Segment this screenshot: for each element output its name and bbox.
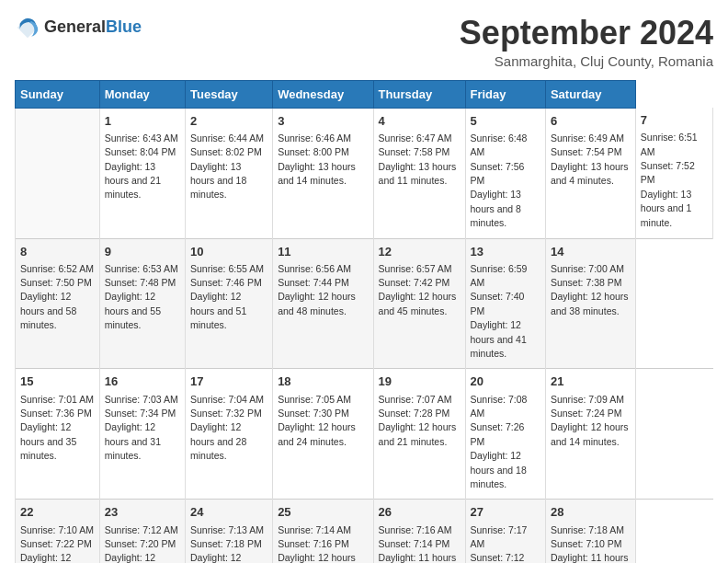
calendar-cell: 8Sunrise: 6:52 AMSunset: 7:50 PMDaylight… — [16, 238, 100, 369]
calendar-cell: 21Sunrise: 7:09 AMSunset: 7:24 PMDayligh… — [545, 369, 635, 500]
calendar-week-row: 8Sunrise: 6:52 AMSunset: 7:50 PMDaylight… — [16, 238, 713, 369]
day-info: Sunrise: 7:16 AMSunset: 7:14 PMDaylight:… — [379, 524, 457, 563]
day-number: 24 — [190, 504, 267, 521]
calendar-table: SundayMondayTuesdayWednesdayThursdayFrid… — [15, 80, 713, 563]
calendar-cell: 7Sunrise: 6:51 AMSunset: 7:52 PMDaylight… — [635, 108, 712, 238]
day-info: Sunrise: 6:47 AMSunset: 7:58 PMDaylight:… — [379, 132, 457, 186]
calendar-cell: 2Sunrise: 6:44 AMSunset: 8:02 PMDaylight… — [186, 108, 273, 238]
day-info: Sunrise: 6:56 AMSunset: 7:44 PMDaylight:… — [278, 263, 356, 316]
header-day-thursday: Thursday — [373, 80, 465, 108]
day-info: Sunrise: 7:13 AMSunset: 7:18 PMDaylight:… — [190, 524, 264, 563]
subtitle: Sanmarghita, Cluj County, Romania — [460, 53, 713, 69]
day-number: 28 — [551, 504, 631, 521]
calendar-cell: 15Sunrise: 7:01 AMSunset: 7:36 PMDayligh… — [16, 369, 100, 500]
day-info: Sunrise: 7:01 AMSunset: 7:36 PMDaylight:… — [20, 394, 94, 462]
calendar-cell — [16, 108, 100, 238]
day-number: 26 — [379, 504, 461, 521]
day-info: Sunrise: 7:18 AMSunset: 7:10 PMDaylight:… — [551, 524, 629, 563]
day-info: Sunrise: 7:00 AMSunset: 7:38 PMDaylight:… — [551, 263, 629, 316]
day-number: 4 — [379, 113, 461, 130]
day-number: 2 — [190, 113, 267, 130]
day-info: Sunrise: 6:44 AMSunset: 8:02 PMDaylight:… — [190, 132, 264, 201]
day-info: Sunrise: 6:52 AMSunset: 7:50 PMDaylight:… — [20, 263, 94, 331]
header-day-saturday: Saturday — [545, 80, 635, 108]
logo: GeneralBlue — [15, 15, 142, 40]
day-info: Sunrise: 6:46 AMSunset: 8:00 PMDaylight:… — [278, 132, 356, 186]
page-header: GeneralBlue September 2024 Sanmarghita, … — [15, 15, 713, 69]
day-number: 9 — [105, 244, 180, 260]
calendar-cell: 17Sunrise: 7:04 AMSunset: 7:32 PMDayligh… — [186, 369, 273, 500]
day-number: 17 — [190, 373, 267, 390]
day-number: 16 — [105, 373, 180, 390]
calendar-cell: 1Sunrise: 6:43 AMSunset: 8:04 PMDaylight… — [99, 108, 185, 238]
header-day-monday: Monday — [99, 80, 185, 108]
calendar-cell: 4Sunrise: 6:47 AMSunset: 7:58 PMDaylight… — [373, 108, 465, 238]
day-number: 13 — [471, 244, 540, 260]
day-info: Sunrise: 7:09 AMSunset: 7:24 PMDaylight:… — [551, 394, 629, 447]
calendar-cell: 22Sunrise: 7:10 AMSunset: 7:22 PMDayligh… — [16, 500, 100, 563]
day-info: Sunrise: 6:49 AMSunset: 7:54 PMDaylight:… — [551, 132, 629, 186]
day-number: 25 — [278, 504, 368, 521]
main-title: September 2024 — [460, 15, 713, 52]
calendar-cell: 18Sunrise: 7:05 AMSunset: 7:30 PMDayligh… — [273, 369, 373, 500]
header-day-wednesday: Wednesday — [273, 80, 373, 108]
day-number: 19 — [379, 373, 461, 390]
header-day-sunday: Sunday — [16, 80, 100, 108]
day-number: 5 — [471, 113, 540, 130]
calendar-cell: 26Sunrise: 7:16 AMSunset: 7:14 PMDayligh… — [373, 500, 465, 563]
calendar-cell: 24Sunrise: 7:13 AMSunset: 7:18 PMDayligh… — [186, 500, 273, 563]
calendar-cell: 11Sunrise: 6:56 AMSunset: 7:44 PMDayligh… — [273, 238, 373, 369]
calendar-cell: 20Sunrise: 7:08 AMSunset: 7:26 PMDayligh… — [465, 369, 545, 500]
day-info: Sunrise: 6:48 AMSunset: 7:56 PMDaylight:… — [471, 132, 528, 228]
day-info: Sunrise: 7:05 AMSunset: 7:30 PMDaylight:… — [278, 394, 356, 447]
day-info: Sunrise: 6:55 AMSunset: 7:46 PMDaylight:… — [190, 263, 264, 331]
day-number: 8 — [20, 244, 95, 260]
calendar-cell: 16Sunrise: 7:03 AMSunset: 7:34 PMDayligh… — [99, 369, 185, 500]
calendar-week-row: 22Sunrise: 7:10 AMSunset: 7:22 PMDayligh… — [16, 500, 713, 563]
logo-text: GeneralBlue — [44, 18, 142, 37]
day-number: 21 — [551, 373, 631, 390]
title-block: September 2024 Sanmarghita, Cluj County,… — [460, 15, 713, 69]
day-number: 6 — [551, 113, 631, 130]
day-number: 12 — [379, 244, 461, 260]
header-day-tuesday: Tuesday — [186, 80, 273, 108]
day-number: 20 — [471, 373, 540, 390]
calendar-week-row: 1Sunrise: 6:43 AMSunset: 8:04 PMDaylight… — [16, 108, 713, 238]
calendar-cell: 3Sunrise: 6:46 AMSunset: 8:00 PMDaylight… — [273, 108, 373, 238]
calendar-cell: 14Sunrise: 7:00 AMSunset: 7:38 PMDayligh… — [545, 238, 635, 369]
day-info: Sunrise: 7:12 AMSunset: 7:20 PMDaylight:… — [105, 524, 178, 563]
day-number: 3 — [278, 113, 368, 130]
calendar-week-row: 15Sunrise: 7:01 AMSunset: 7:36 PMDayligh… — [16, 369, 713, 500]
calendar-header-row: SundayMondayTuesdayWednesdayThursdayFrid… — [16, 80, 713, 108]
day-number: 7 — [641, 112, 708, 129]
day-info: Sunrise: 7:17 AMSunset: 7:12 PMDaylight:… — [471, 524, 528, 563]
day-number: 11 — [278, 244, 368, 260]
day-number: 14 — [551, 244, 631, 260]
calendar-cell: 27Sunrise: 7:17 AMSunset: 7:12 PMDayligh… — [465, 500, 545, 563]
day-info: Sunrise: 7:04 AMSunset: 7:32 PMDaylight:… — [190, 394, 264, 462]
logo-icon — [15, 15, 40, 40]
day-number: 27 — [471, 504, 540, 521]
day-number: 22 — [20, 504, 95, 521]
day-info: Sunrise: 6:53 AMSunset: 7:48 PMDaylight:… — [105, 263, 178, 331]
day-info: Sunrise: 6:43 AMSunset: 8:04 PMDaylight:… — [105, 132, 178, 201]
calendar-cell: 6Sunrise: 6:49 AMSunset: 7:54 PMDaylight… — [545, 108, 635, 238]
day-number: 18 — [278, 373, 368, 390]
day-info: Sunrise: 6:57 AMSunset: 7:42 PMDaylight:… — [379, 263, 457, 316]
day-number: 23 — [105, 504, 180, 521]
header-day-friday: Friday — [465, 80, 545, 108]
day-number: 15 — [20, 373, 95, 390]
calendar-cell: 25Sunrise: 7:14 AMSunset: 7:16 PMDayligh… — [273, 500, 373, 563]
calendar-cell: 13Sunrise: 6:59 AMSunset: 7:40 PMDayligh… — [465, 238, 545, 369]
calendar-cell: 23Sunrise: 7:12 AMSunset: 7:20 PMDayligh… — [99, 500, 185, 563]
calendar-cell: 10Sunrise: 6:55 AMSunset: 7:46 PMDayligh… — [186, 238, 273, 369]
day-info: Sunrise: 7:07 AMSunset: 7:28 PMDaylight:… — [379, 394, 457, 447]
day-info: Sunrise: 7:14 AMSunset: 7:16 PMDaylight:… — [278, 524, 356, 563]
day-info: Sunrise: 7:08 AMSunset: 7:26 PMDaylight:… — [471, 394, 528, 489]
day-number: 10 — [190, 244, 267, 260]
calendar-cell: 5Sunrise: 6:48 AMSunset: 7:56 PMDaylight… — [465, 108, 545, 238]
calendar-cell: 28Sunrise: 7:18 AMSunset: 7:10 PMDayligh… — [545, 500, 635, 563]
day-info: Sunrise: 7:03 AMSunset: 7:34 PMDaylight:… — [105, 394, 178, 462]
day-info: Sunrise: 6:51 AMSunset: 7:52 PMDaylight:… — [641, 132, 698, 227]
day-info: Sunrise: 7:10 AMSunset: 7:22 PMDaylight:… — [20, 524, 94, 563]
